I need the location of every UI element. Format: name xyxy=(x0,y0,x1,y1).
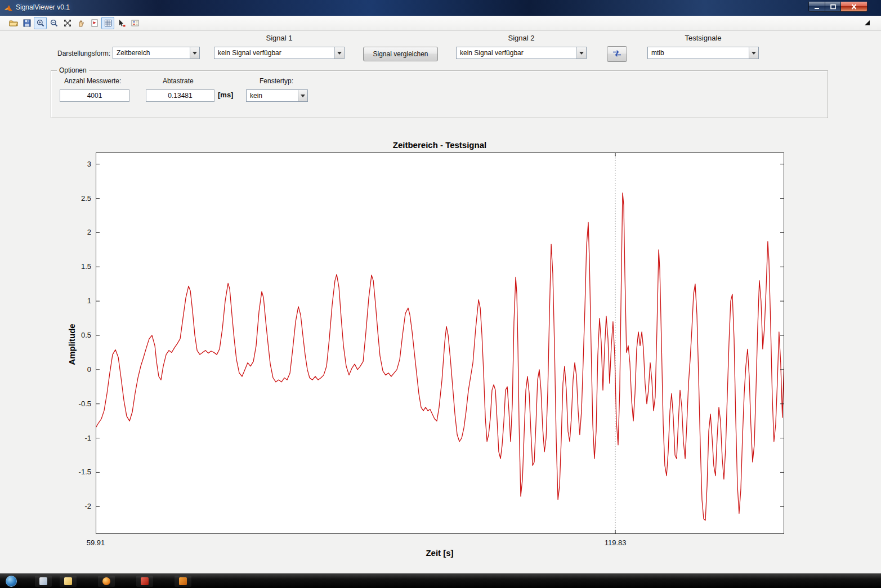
save-icon[interactable] xyxy=(20,17,33,29)
abtastrate-unit-label: [ms] xyxy=(218,91,233,99)
signal2-header: Signal 2 xyxy=(456,34,587,43)
chevron-down-icon[interactable] xyxy=(749,47,758,59)
chevron-down-icon[interactable] xyxy=(298,90,307,101)
chevron-down-icon[interactable] xyxy=(576,47,586,59)
zoom-in-icon[interactable] xyxy=(34,17,47,29)
brush-icon[interactable] xyxy=(115,17,128,29)
red-app-icon xyxy=(141,577,149,585)
testsignale-select[interactable]: mtlb xyxy=(647,47,759,59)
toolbar-overflow-icon[interactable] xyxy=(865,20,870,25)
signal2-value: kein Signal verfügbar xyxy=(460,47,575,59)
firefox-icon xyxy=(102,577,110,585)
chart-title: Zeitbereich - Testsignal xyxy=(271,140,609,150)
plot-canvas[interactable] xyxy=(96,152,784,534)
y-axis-label: Amplitude xyxy=(67,324,77,365)
taskbar-app-button[interactable] xyxy=(60,576,77,587)
y-tick-label: 0 xyxy=(65,365,91,374)
fenstertyp-select[interactable]: kein xyxy=(246,89,308,102)
testsignale-header: Testsignale xyxy=(647,34,759,43)
anzahl-messwerte-field[interactable]: 4001 xyxy=(60,89,129,102)
taskbar-red-app-button[interactable] xyxy=(136,576,153,587)
darstellungsform-label: Darstellungsform: xyxy=(51,50,110,57)
darstellungsform-select[interactable]: Zeitbereich xyxy=(113,47,200,59)
y-tick-label: -1.5 xyxy=(65,468,91,477)
maximize-button[interactable] xyxy=(825,2,841,12)
taskbar-explorer-button[interactable] xyxy=(35,576,52,587)
window-controls xyxy=(808,2,867,12)
x-tick-label: 59.91 xyxy=(76,538,115,547)
pan-icon[interactable] xyxy=(74,17,87,29)
y-tick-label: -0.5 xyxy=(65,400,91,409)
fit-view-icon[interactable] xyxy=(61,17,74,29)
x-tick-label: 119.83 xyxy=(596,538,635,547)
abtastrate-label: Abtastrate xyxy=(163,77,194,85)
y-tick-label: -1 xyxy=(65,434,91,443)
grid-icon[interactable] xyxy=(101,17,114,29)
signal1-value: kein Signal verfügbar xyxy=(218,47,333,59)
y-tick-label: 1.5 xyxy=(65,262,91,271)
y-tick-label: 3 xyxy=(65,160,91,169)
y-tick-label: 1 xyxy=(65,297,91,306)
abtastrate-field[interactable]: 0.13481 xyxy=(146,89,214,102)
signal-line xyxy=(96,193,784,520)
reload-signal-button[interactable] xyxy=(607,46,627,62)
explorer-icon xyxy=(39,577,47,585)
signalviewer-window: SignalViewer v0.1 xyxy=(0,0,881,588)
fenstertyp-label: Fenstertyp: xyxy=(260,77,293,85)
testsignale-value: mtlb xyxy=(651,47,747,59)
taskbar xyxy=(0,573,881,588)
signal-plot xyxy=(96,152,784,534)
signal2-select[interactable]: kein Signal verfügbar xyxy=(456,47,587,59)
start-button[interactable] xyxy=(6,576,17,587)
anzahl-messwerte-label: Anzahl Messwerte: xyxy=(64,77,121,85)
matlab-app-icon xyxy=(4,3,13,12)
signal1-header: Signal 1 xyxy=(214,34,345,43)
minimize-button[interactable] xyxy=(808,2,825,12)
y-tick-label: 2 xyxy=(65,228,91,237)
zoom-out-icon[interactable] xyxy=(47,17,60,29)
data-cursor-icon[interactable] xyxy=(88,17,101,29)
signal1-select[interactable]: kein Signal verfügbar xyxy=(214,47,345,59)
fenstertyp-value: kein xyxy=(250,90,296,101)
taskbar-matlab-button[interactable] xyxy=(175,576,191,587)
y-tick-label: 2.5 xyxy=(65,194,91,203)
swap-arrows-icon xyxy=(611,50,623,59)
legend-icon[interactable] xyxy=(128,17,141,29)
y-tick-label: 0.5 xyxy=(65,331,91,340)
y-tick-label: -2 xyxy=(65,502,91,511)
signal-vergleichen-button[interactable]: Signal vergleichen xyxy=(363,47,438,61)
figure-toolbar xyxy=(0,16,881,31)
chevron-down-icon[interactable] xyxy=(334,47,344,59)
title-bar[interactable]: SignalViewer v0.1 xyxy=(0,0,881,16)
matlab-taskbar-icon xyxy=(179,577,187,585)
taskbar-firefox-button[interactable] xyxy=(98,576,115,587)
open-icon[interactable] xyxy=(7,17,20,29)
optionen-group-label: Optionen xyxy=(57,66,89,74)
x-axis-label: Zeit [s] xyxy=(355,548,524,558)
chevron-down-icon[interactable] xyxy=(190,47,199,59)
close-button[interactable] xyxy=(841,2,867,12)
window-title: SignalViewer v0.1 xyxy=(16,3,70,11)
darstellungsform-value: Zeitbereich xyxy=(117,47,188,59)
folder-icon xyxy=(64,577,72,585)
